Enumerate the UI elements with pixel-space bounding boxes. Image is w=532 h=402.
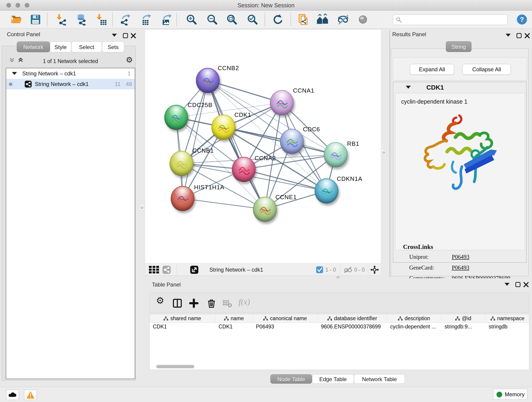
crosslink-link[interactable]: P06493 — [452, 254, 469, 260]
import-database-icon[interactable] — [75, 13, 87, 26]
column-header[interactable]: name — [215, 314, 253, 323]
close-panel-icon[interactable] — [523, 282, 529, 287]
table-cell[interactable]: CDK1 — [150, 324, 215, 333]
export-network-icon[interactable] — [119, 13, 131, 26]
tab-string[interactable]: String — [446, 41, 472, 52]
show-all-icon[interactable] — [357, 13, 369, 26]
tab-node-table[interactable]: Node Table — [270, 374, 312, 384]
collapse-panel-icon[interactable] — [505, 283, 510, 288]
node-label-ccna2: CCNA2 — [254, 155, 276, 162]
table-cell[interactable]: CDK1 — [215, 324, 253, 333]
network-edge[interactable] — [183, 80, 208, 198]
tab-select[interactable]: Select — [71, 41, 102, 52]
network-node-hist1h1a[interactable] — [171, 186, 195, 211]
network-canvas[interactable]: CCNB2 CCNA1 CDC25B CDK1 CDC6 RB1 CCNB1 C… — [145, 30, 381, 263]
column-header[interactable]: description — [387, 314, 441, 323]
save-session-icon[interactable] — [30, 13, 41, 26]
selected-checkbox[interactable] — [316, 266, 323, 273]
copy-network-view-icon[interactable] — [298, 13, 310, 26]
delete-table-icon[interactable] — [222, 298, 232, 308]
network-edges-layer — [145, 30, 381, 263]
apply-function-icon[interactable]: f(x) — [239, 297, 254, 307]
column-header[interactable]: database identifier — [318, 314, 387, 323]
memory-button[interactable]: Memory — [493, 389, 527, 400]
tab-edge-table[interactable]: Edge Table — [312, 374, 354, 384]
collection-expand-icon[interactable] — [12, 72, 17, 75]
results-panel-title: Results Panel — [392, 31, 426, 38]
network-options-gear-icon[interactable]: ⚙ — [126, 56, 133, 64]
right-splitter-handle[interactable] — [381, 149, 386, 155]
pan-tool-icon[interactable] — [370, 265, 379, 274]
zoom-selected-icon[interactable] — [247, 13, 259, 26]
column-header[interactable]: @id — [441, 314, 486, 323]
tab-sets[interactable]: Sets — [102, 41, 124, 52]
add-column-icon[interactable] — [189, 298, 199, 308]
collapse-panel-icon[interactable] — [112, 34, 118, 39]
network-node-cdc6[interactable] — [280, 129, 304, 154]
collapse-panel-icon[interactable] — [506, 34, 512, 39]
network-node-rb1[interactable] — [324, 142, 348, 167]
node-label-cdkn1a: CDKN1A — [337, 175, 362, 182]
open-session-icon[interactable] — [10, 13, 22, 26]
crosslink-label: Uniprot: — [409, 254, 429, 260]
network-node-ccne1[interactable] — [253, 197, 277, 222]
search-input[interactable] — [404, 15, 505, 24]
home-icon[interactable] — [316, 13, 330, 26]
column-header[interactable]: shared name — [150, 314, 215, 323]
network-node-cdc25b[interactable] — [164, 105, 188, 130]
delete-column-icon[interactable] — [207, 298, 216, 308]
refresh-view-icon[interactable] — [272, 13, 284, 26]
close-panel-icon[interactable] — [130, 33, 136, 38]
zoom-fit-icon[interactable] — [226, 13, 238, 26]
node-ribbon-image — [168, 110, 184, 128]
table-options-gear-icon[interactable]: ⚙ — [156, 297, 166, 306]
network-node-ccna2[interactable] — [232, 157, 256, 182]
network-node-ccnb1[interactable] — [170, 151, 193, 176]
left-splitter-handle[interactable] — [139, 204, 144, 211]
warnings-button[interactable] — [24, 390, 37, 400]
tab-style[interactable]: Style — [50, 41, 71, 52]
string-panel-toggle-icon[interactable] — [162, 265, 171, 274]
float-panel-icon[interactable] — [515, 282, 521, 287]
node-label-ccne1: CCNE1 — [275, 194, 297, 201]
table-cell[interactable]: stringdb — [486, 324, 530, 333]
zoom-in-icon[interactable] — [186, 13, 197, 26]
tab-network[interactable]: Network — [17, 41, 50, 52]
network-status-dot — [9, 83, 12, 86]
zoom-out-icon[interactable] — [206, 13, 218, 26]
hidden-items-icon[interactable] — [343, 266, 352, 273]
birds-eye-view-icon[interactable] — [149, 266, 159, 274]
close-panel-icon[interactable] — [524, 33, 530, 38]
table-cell[interactable]: 9606.ENSP00000378699 — [318, 324, 387, 333]
export-image-icon[interactable] — [160, 13, 172, 26]
network-node-ccnb2[interactable] — [196, 68, 220, 93]
help-icon[interactable]: ? — [516, 14, 527, 25]
table-cell[interactable]: stringdb:9... — [441, 324, 486, 333]
cloud-button[interactable] — [6, 390, 19, 400]
show-columns-icon[interactable] — [172, 298, 182, 308]
column-header[interactable]: canonical name — [253, 314, 318, 323]
network-node-cdkn1a[interactable] — [315, 178, 338, 204]
horizontal-scrollbar-thumb[interactable] — [156, 365, 194, 368]
tab-network-table[interactable]: Network Table — [354, 374, 405, 384]
crosslink-link[interactable]: P06493 — [452, 264, 469, 271]
entry-collapse-icon[interactable] — [406, 86, 411, 89]
float-panel-icon[interactable] — [123, 33, 128, 38]
collapse-all-button[interactable]: Collapse All — [462, 64, 511, 75]
hide-selected-icon[interactable] — [337, 13, 349, 26]
export-table-icon[interactable] — [139, 13, 152, 26]
network-row[interactable]: String Network – cdk1 11 48 — [6, 79, 135, 89]
node-ribbon-image — [173, 156, 190, 173]
import-table-icon[interactable] — [96, 13, 108, 26]
table-cell[interactable]: P06493 — [253, 324, 318, 333]
network-collection-row[interactable]: String Network – cdk1 1 — [6, 68, 135, 79]
column-header[interactable]: namespace — [486, 314, 530, 323]
network-edge[interactable] — [183, 198, 265, 209]
expand-all-button[interactable]: Expand All — [410, 64, 454, 75]
network-node-cdk1[interactable] — [211, 115, 235, 140]
float-panel-icon[interactable] — [516, 33, 522, 38]
network-node-ccna1[interactable] — [270, 90, 294, 115]
import-network-icon[interactable] — [56, 13, 68, 26]
table-cell[interactable]: cyclin-dependent ... — [387, 324, 441, 333]
open-in-window-icon[interactable] — [190, 265, 199, 274]
